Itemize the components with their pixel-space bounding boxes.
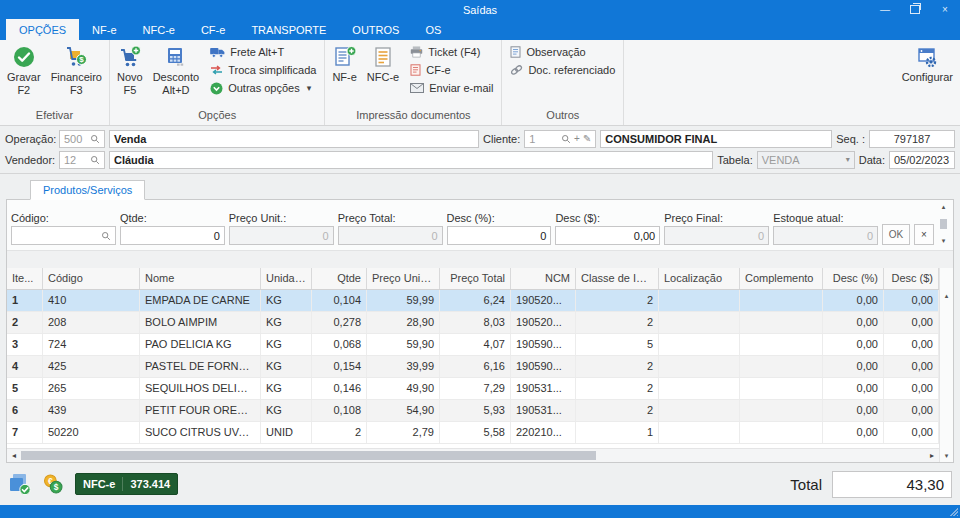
operacao-code-field[interactable]: 500 — [59, 130, 105, 148]
documents-check-icon[interactable] — [8, 472, 32, 496]
ribbon-tab-outros[interactable]: OUTROS — [339, 19, 412, 40]
entry-field-3: Preço Total:0 — [338, 212, 443, 245]
entry-field-label: Desc (%): — [447, 212, 552, 224]
outras-opcoes-button[interactable]: Outras opções ▾ — [210, 81, 316, 95]
nfce-print-button[interactable]: NFC-e — [362, 43, 404, 86]
scroll-down-icon[interactable]: ▾ — [945, 452, 949, 460]
table-row[interactable]: 5265SEQUILHOS DELICIAKG0,14649,907,29190… — [7, 378, 939, 400]
entry-field-label: Preço Total: — [338, 212, 443, 224]
financeiro-button[interactable]: $ Financeiro F3 — [46, 43, 107, 99]
column-header-12[interactable]: Desc ($) — [884, 268, 939, 289]
scroll-up-icon[interactable]: ▴ — [945, 292, 949, 300]
table-cell: 2 — [312, 422, 367, 443]
configurar-button[interactable]: Configurar — [897, 43, 958, 86]
ribbon-tab-nf-e[interactable]: NF-e — [79, 19, 129, 40]
ribbon-tab-transporte[interactable]: TRANSPORTE — [238, 19, 339, 40]
troca-simplificada-button[interactable]: Troca simplificada — [210, 63, 316, 77]
scroll-down-icon[interactable]: ▾ — [942, 237, 946, 245]
observacao-button[interactable]: Observação — [510, 45, 615, 59]
close-button[interactable]: × — [930, 0, 960, 19]
ribbon-group-impressao: NF-e NFC-e Ticket (F4) CF-e — [325, 40, 502, 125]
table-row[interactable]: 6439PETIT FOUR OREGANOKG0,10854,905,9319… — [7, 400, 939, 422]
table-cell: 5,58 — [440, 422, 511, 443]
column-header-1[interactable]: Código — [43, 268, 140, 289]
search-icon[interactable] — [101, 231, 111, 241]
cliente-name-field[interactable]: CONSUMIDOR FINAL — [600, 130, 832, 148]
table-row[interactable]: 4425PASTEL DE FORNO CARNEKG0,15439,996,1… — [7, 356, 939, 378]
cfe-button[interactable]: CF-e — [410, 63, 493, 77]
search-icon[interactable] — [90, 134, 100, 144]
coins-icon[interactable]: €$ — [42, 473, 65, 496]
ribbon-tab-nfc-e[interactable]: NFC-e — [130, 19, 188, 40]
cliente-code-field[interactable]: 1 + ✎ — [524, 130, 596, 148]
search-icon[interactable] — [561, 134, 571, 144]
column-header-8[interactable]: Classe de Imp... — [576, 268, 659, 289]
table-cell: 2 — [576, 312, 659, 333]
restore-button[interactable] — [900, 0, 930, 19]
table-cell: PAO DELICIA KG — [140, 334, 261, 355]
ribbon-tab-cf-e[interactable]: CF-e — [188, 19, 238, 40]
tab-produtos-servicos[interactable]: Produtos/Serviços — [30, 180, 145, 200]
column-header-10[interactable]: Complemento — [740, 268, 823, 289]
h-scroll-thumb[interactable] — [21, 451, 596, 460]
entry-scrollbar[interactable]: ▴ ▾ — [938, 203, 949, 245]
column-header-9[interactable]: Localização — [659, 268, 740, 289]
vertical-scrollbar[interactable]: ▴ ▾ — [939, 268, 953, 462]
entry-input-4[interactable]: 0 — [447, 226, 552, 245]
entry-input-1[interactable]: 0 — [120, 226, 225, 245]
tabela-select[interactable]: VENDA ▾ — [757, 151, 855, 169]
ribbon-tab-os[interactable]: OS — [412, 19, 454, 40]
table-row[interactable]: 750220SUCO CITRUS UVA INDAIA 330MLUNID22… — [7, 422, 939, 444]
entry-input-0[interactable] — [11, 226, 116, 245]
operacao-name-field[interactable]: Venda — [109, 130, 479, 148]
seq-field[interactable]: 797187 — [869, 130, 955, 148]
scroll-up-icon[interactable]: ▴ — [942, 203, 946, 211]
table-cell — [659, 422, 740, 443]
ok-button[interactable]: OK — [882, 224, 910, 245]
scroll-right-icon[interactable]: ▸ — [927, 451, 937, 460]
status-bar: €$ NFC-e 373.414 Total 43,30 — [0, 463, 960, 505]
ribbon-group-efetivar: Gravar F2 $ Financeiro F3 Efetivar — [0, 40, 110, 125]
ribbon-group-outros: Observação Doc. referenciado Outros — [502, 40, 624, 125]
column-header-3[interactable]: Unidade — [261, 268, 312, 289]
desconto-button[interactable]: Desconto Alt+D — [148, 43, 204, 99]
table-row[interactable]: 2208BOLO AIMPIMKG0,27828,908,03190520...… — [7, 312, 939, 334]
column-header-4[interactable]: Qtde — [312, 268, 367, 289]
search-icon[interactable] — [90, 155, 100, 165]
clear-button[interactable]: × — [914, 224, 934, 245]
ribbon-tab-op-es[interactable]: OPÇÕES — [6, 19, 79, 40]
entry-field-label: Estoque atual: — [773, 212, 878, 224]
table-cell — [740, 290, 823, 311]
resize-grip-icon[interactable] — [949, 507, 958, 516]
table-cell: 1 — [576, 422, 659, 443]
ticket-button[interactable]: Ticket (F4) — [410, 45, 493, 59]
column-header-2[interactable]: Nome — [140, 268, 261, 289]
novo-button[interactable]: Novo F5 — [112, 43, 148, 99]
scroll-thumb[interactable] — [940, 219, 947, 229]
column-header-6[interactable]: Preço Total — [440, 268, 511, 289]
table-row[interactable]: 1410EMPADA DE CARNEKG0,10459,996,2419052… — [7, 290, 939, 312]
vendedor-code-field[interactable]: 12 — [59, 151, 105, 169]
doc-referenciado-button[interactable]: Doc. referenciado — [510, 63, 615, 77]
column-header-7[interactable]: NCM — [511, 268, 576, 289]
frete-button[interactable]: Frete Alt+T — [210, 45, 316, 59]
table-cell: KG — [261, 312, 312, 333]
table-row[interactable]: 3724PAO DELICIA KGKG0,06859,904,07190590… — [7, 334, 939, 356]
table-cell: 5 — [576, 334, 659, 355]
scroll-left-icon[interactable]: ◂ — [9, 451, 19, 460]
edit-cliente-icon[interactable]: ✎ — [583, 133, 591, 144]
add-cliente-icon[interactable]: + — [574, 133, 580, 144]
gravar-button[interactable]: Gravar F2 — [2, 43, 46, 99]
horizontal-scrollbar[interactable]: ◂ ▸ — [7, 448, 939, 462]
vendedor-name-field[interactable]: Cláudia — [109, 151, 713, 169]
entry-input-5[interactable]: 0,00 — [555, 226, 660, 245]
column-header-11[interactable]: Desc (%) — [823, 268, 884, 289]
enviar-email-button[interactable]: Enviar e-mail — [410, 81, 493, 95]
header-form: Operação: 500 Venda Cliente: 1 + ✎ CONSU… — [0, 126, 960, 174]
table-cell: KG — [261, 334, 312, 355]
column-header-5[interactable]: Preço Unitá... — [367, 268, 440, 289]
data-field[interactable]: 05/02/2023 — [889, 151, 955, 169]
nfe-print-button[interactable]: NF-e — [327, 43, 361, 86]
column-header-0[interactable]: Ite... — [7, 268, 43, 289]
minimize-button[interactable]: — — [870, 0, 900, 19]
